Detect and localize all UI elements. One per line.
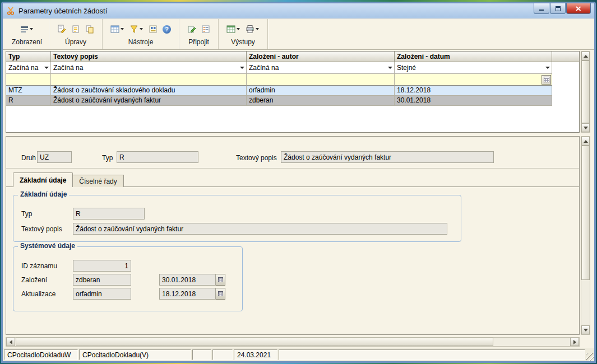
view-menu-button[interactable] xyxy=(19,24,35,35)
scroll-up-button[interactable] xyxy=(581,52,590,60)
groupbox-systemove-udaje: Systémové údaje ID záznamu 1 Založení zd… xyxy=(13,246,243,311)
copy-record-button[interactable] xyxy=(84,24,95,35)
print-button[interactable] xyxy=(244,24,261,35)
app-icon[interactable] xyxy=(6,6,15,15)
chevron-down-icon[interactable] xyxy=(238,67,246,69)
filter-combo-typ[interactable]: Začíná na xyxy=(6,62,50,73)
gb-typ-field[interactable]: R xyxy=(73,208,145,220)
attach-list-button[interactable] xyxy=(200,24,211,35)
chevron-down-icon[interactable] xyxy=(42,67,50,69)
filter-input-autor[interactable] xyxy=(247,74,395,86)
table-row-selected[interactable]: R Žádost o zaúčování vydaných faktur zdb… xyxy=(6,96,579,106)
resize-grip[interactable] xyxy=(586,353,594,361)
filter-button[interactable] xyxy=(128,24,145,35)
filter-combo-popis[interactable]: Začíná na xyxy=(51,62,246,73)
id-zaznamu-field[interactable]: 1 xyxy=(73,260,131,272)
chevron-down-icon xyxy=(254,28,260,30)
summary-icon xyxy=(149,25,158,34)
gb-popis-field[interactable]: Žádost o zaúčování vydaných faktur xyxy=(73,223,447,235)
horizontal-scrollbar[interactable] xyxy=(6,337,580,347)
groupbox-systemove-title: Systémové údaje xyxy=(18,242,77,250)
new-record-button[interactable] xyxy=(70,24,81,35)
cell-datum[interactable]: 18.12.2018 xyxy=(395,86,552,96)
zalozeni-date-field[interactable]: 30.01.2018 xyxy=(159,274,216,286)
calendar-icon xyxy=(542,75,550,84)
chevron-down-icon xyxy=(29,28,34,30)
tab-zakladni-udaje[interactable]: Základní údaje xyxy=(13,172,73,187)
zalozeni-user-field[interactable]: zdberan xyxy=(73,274,131,286)
scroll-up-button[interactable] xyxy=(581,137,590,146)
filter-combo-datum[interactable]: Stejné xyxy=(395,62,552,73)
scrollbar-thumb[interactable] xyxy=(581,60,590,123)
cell-autor[interactable]: zdberan xyxy=(247,96,395,106)
id-zaznamu-label: ID záznamu xyxy=(21,262,57,270)
tab-ciselne-rady[interactable]: Číselné řady xyxy=(73,175,123,187)
scroll-down-button[interactable] xyxy=(581,123,590,132)
filter-combo-typ-value: Začíná na xyxy=(8,64,42,72)
attach-edit-button[interactable] xyxy=(186,24,197,35)
edit-record-button[interactable] xyxy=(56,24,67,35)
close-button[interactable] xyxy=(566,3,591,14)
filter-input-popis[interactable] xyxy=(51,74,247,86)
filter-row-filler xyxy=(552,62,579,74)
typ-label: Typ xyxy=(102,154,113,162)
statusbar: CPocitadloDokladuW CPocitadloDokladu(V) … xyxy=(3,348,594,361)
filter-input-typ[interactable] xyxy=(6,74,51,86)
toolbar-group-nastroje: ? Nástroje xyxy=(103,19,179,49)
scroll-right-button[interactable] xyxy=(570,338,579,346)
column-header-zalozeni-datum[interactable]: Založení - datum xyxy=(395,52,552,62)
toolbar-group-label-vystupy: Výstupy xyxy=(231,38,255,46)
close-icon xyxy=(574,4,583,13)
cell-autor[interactable]: orfadmin xyxy=(247,86,395,96)
export-button[interactable] xyxy=(225,24,242,35)
aktualizace-date-field[interactable]: 18.12.2018 xyxy=(159,288,216,300)
printer-icon xyxy=(246,25,254,34)
help-button[interactable]: ? xyxy=(161,24,172,35)
chevron-down-icon[interactable] xyxy=(543,67,552,69)
typ-field[interactable]: R xyxy=(117,151,198,163)
chevron-down-icon xyxy=(138,28,144,30)
toolbar: Zobrazení xyxy=(3,18,594,50)
summary-button[interactable] xyxy=(147,24,159,35)
textovy-popis-field[interactable]: Žádost o zaúčování vydaných faktur xyxy=(281,151,494,163)
help-icon: ? xyxy=(163,25,171,34)
detail-vertical-scrollbar[interactable] xyxy=(581,136,590,335)
detail-tabs: Základní údaje Číselné řady xyxy=(13,172,124,187)
minimize-button[interactable] xyxy=(534,3,549,14)
status-cell-class-v: CPocitadloDokladu(V) xyxy=(79,349,191,360)
toolbar-group-pripojit: Připojit xyxy=(179,19,219,49)
copy-icon xyxy=(85,25,94,34)
calendar-icon xyxy=(216,290,225,298)
druh-field[interactable]: UZ xyxy=(37,151,72,163)
export-spreadsheet-icon xyxy=(226,25,235,34)
new-record-icon xyxy=(71,25,80,34)
filter-combo-autor[interactable]: Začíná na xyxy=(247,62,394,73)
scrollbar-thumb[interactable] xyxy=(581,146,590,280)
aktualizace-user-field[interactable]: orfadmin xyxy=(73,288,131,300)
scroll-left-button[interactable] xyxy=(6,338,15,346)
filter-input-filler xyxy=(552,74,579,86)
titlebar[interactable]: Parametry účetních žádostí xyxy=(3,3,594,18)
cell-typ[interactable]: R xyxy=(6,96,51,106)
gb-typ-label: Typ xyxy=(21,210,32,218)
scroll-down-button[interactable] xyxy=(581,325,590,334)
cell-popis[interactable]: Žádost o zaučtování skladového dokladu xyxy=(51,86,247,96)
scrollbar-thumb[interactable] xyxy=(16,338,493,346)
edit-icon xyxy=(57,25,66,34)
cell-datum[interactable]: 30.01.2018 xyxy=(395,96,552,106)
filter-cell-typ: Začíná na xyxy=(6,62,51,74)
date-picker-button[interactable] xyxy=(216,274,225,286)
grid-vertical-scrollbar[interactable] xyxy=(581,51,590,133)
maximize-button[interactable] xyxy=(550,3,566,14)
date-picker-button[interactable] xyxy=(216,288,225,300)
table-row[interactable]: MTZ Žádost o zaučtování skladového dokla… xyxy=(6,86,579,96)
cell-popis[interactable]: Žádost o zaúčování vydaných faktur xyxy=(51,96,247,106)
table-settings-button[interactable] xyxy=(109,24,126,35)
column-header-typ[interactable]: Typ xyxy=(6,52,51,62)
calendar-button[interactable] xyxy=(542,75,551,85)
column-header-textovy-popis[interactable]: Textový popis xyxy=(51,52,247,62)
filter-input-datum[interactable] xyxy=(395,74,552,86)
chevron-down-icon[interactable] xyxy=(386,67,394,69)
column-header-zalozeni-autor[interactable]: Založení - autor xyxy=(247,52,395,62)
cell-typ[interactable]: MTZ xyxy=(6,86,51,96)
